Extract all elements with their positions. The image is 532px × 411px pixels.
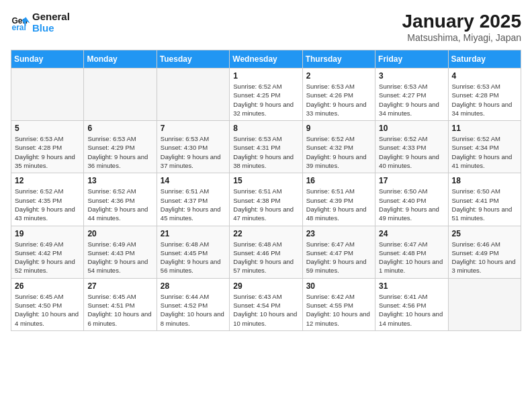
weekday-header-row: SundayMondayTuesdayWednesdayThursdayFrid… <box>11 50 521 68</box>
day-cell: 22Sunrise: 6:48 AMSunset: 4:46 PMDayligh… <box>230 226 302 278</box>
day-number: 14 <box>161 176 226 185</box>
day-cell: 4Sunrise: 6:53 AMSunset: 4:28 PMDaylight… <box>448 68 521 121</box>
day-number: 1 <box>233 71 298 81</box>
day-number: 13 <box>87 176 152 185</box>
day-cell: 11Sunrise: 6:52 AMSunset: 4:34 PMDayligh… <box>448 121 521 173</box>
day-cell: 10Sunrise: 6:52 AMSunset: 4:33 PMDayligh… <box>375 121 448 173</box>
day-number: 22 <box>233 229 298 238</box>
day-cell: 20Sunrise: 6:49 AMSunset: 4:43 PMDayligh… <box>84 226 157 278</box>
day-info: Sunrise: 6:47 AMSunset: 4:48 PMDaylight:… <box>379 240 444 275</box>
day-number: 11 <box>452 124 517 133</box>
day-number: 8 <box>233 124 298 133</box>
day-info: Sunrise: 6:53 AMSunset: 4:27 PMDaylight:… <box>379 82 444 118</box>
day-info: Sunrise: 6:49 AMSunset: 4:43 PMDaylight:… <box>87 240 152 275</box>
location: Matsushima, Miyagi, Japan <box>402 32 521 43</box>
day-cell: 17Sunrise: 6:50 AMSunset: 4:40 PMDayligh… <box>375 173 448 226</box>
day-number: 23 <box>306 229 371 238</box>
day-cell: 21Sunrise: 6:48 AMSunset: 4:45 PMDayligh… <box>157 226 229 278</box>
day-cell: 2Sunrise: 6:53 AMSunset: 4:26 PMDaylight… <box>302 68 375 121</box>
day-number: 25 <box>452 229 517 238</box>
day-info: Sunrise: 6:46 AMSunset: 4:49 PMDaylight:… <box>452 240 517 275</box>
day-cell: 18Sunrise: 6:50 AMSunset: 4:41 PMDayligh… <box>448 173 521 226</box>
day-info: Sunrise: 6:53 AMSunset: 4:30 PMDaylight:… <box>161 134 226 170</box>
day-info: Sunrise: 6:53 AMSunset: 4:31 PMDaylight:… <box>233 134 298 170</box>
day-number: 3 <box>379 71 444 81</box>
day-cell: 25Sunrise: 6:46 AMSunset: 4:49 PMDayligh… <box>448 226 521 278</box>
logo-line1: General <box>32 11 70 22</box>
logo: Gen eral General Blue <box>11 11 70 34</box>
day-number: 30 <box>306 281 371 291</box>
day-info: Sunrise: 6:52 AMSunset: 4:35 PMDaylight:… <box>15 187 80 222</box>
day-info: Sunrise: 6:48 AMSunset: 4:46 PMDaylight:… <box>233 240 298 275</box>
day-number: 15 <box>233 176 298 185</box>
day-info: Sunrise: 6:47 AMSunset: 4:47 PMDaylight:… <box>306 240 371 275</box>
day-cell: 26Sunrise: 6:45 AMSunset: 4:50 PMDayligh… <box>11 278 84 330</box>
day-number: 21 <box>161 229 226 238</box>
day-cell: 15Sunrise: 6:51 AMSunset: 4:38 PMDayligh… <box>230 173 302 226</box>
day-number: 7 <box>161 124 226 133</box>
day-info: Sunrise: 6:50 AMSunset: 4:40 PMDaylight:… <box>379 187 444 222</box>
day-info: Sunrise: 6:45 AMSunset: 4:51 PMDaylight:… <box>87 292 152 328</box>
day-info: Sunrise: 6:52 AMSunset: 4:32 PMDaylight:… <box>306 134 371 170</box>
day-number: 27 <box>87 281 152 291</box>
day-info: Sunrise: 6:52 AMSunset: 4:33 PMDaylight:… <box>379 134 444 170</box>
svg-text:eral: eral <box>12 23 26 32</box>
day-info: Sunrise: 6:53 AMSunset: 4:29 PMDaylight:… <box>87 134 152 170</box>
day-number: 2 <box>306 71 371 81</box>
logo-line2: Blue <box>32 22 70 34</box>
day-cell: 24Sunrise: 6:47 AMSunset: 4:48 PMDayligh… <box>375 226 448 278</box>
day-cell: 16Sunrise: 6:51 AMSunset: 4:39 PMDayligh… <box>302 173 375 226</box>
day-cell: 1Sunrise: 6:52 AMSunset: 4:25 PMDaylight… <box>230 68 302 121</box>
day-cell: 27Sunrise: 6:45 AMSunset: 4:51 PMDayligh… <box>84 278 157 330</box>
day-number: 18 <box>452 176 517 185</box>
day-info: Sunrise: 6:51 AMSunset: 4:37 PMDaylight:… <box>161 187 226 222</box>
day-number: 4 <box>452 71 517 81</box>
day-info: Sunrise: 6:52 AMSunset: 4:34 PMDaylight:… <box>452 134 517 170</box>
day-cell <box>448 278 521 330</box>
day-cell: 23Sunrise: 6:47 AMSunset: 4:47 PMDayligh… <box>302 226 375 278</box>
day-info: Sunrise: 6:41 AMSunset: 4:56 PMDaylight:… <box>379 292 444 328</box>
day-cell: 19Sunrise: 6:49 AMSunset: 4:42 PMDayligh… <box>11 226 84 278</box>
day-number: 28 <box>161 281 226 291</box>
day-number: 19 <box>15 229 80 238</box>
weekday-header-wednesday: Wednesday <box>230 50 302 68</box>
day-number: 12 <box>15 176 80 185</box>
day-info: Sunrise: 6:49 AMSunset: 4:42 PMDaylight:… <box>15 240 80 275</box>
day-cell: 14Sunrise: 6:51 AMSunset: 4:37 PMDayligh… <box>157 173 229 226</box>
day-cell: 13Sunrise: 6:52 AMSunset: 4:36 PMDayligh… <box>84 173 157 226</box>
day-number: 17 <box>379 176 444 185</box>
day-cell: 7Sunrise: 6:53 AMSunset: 4:30 PMDaylight… <box>157 121 229 173</box>
week-row-2: 5Sunrise: 6:53 AMSunset: 4:28 PMDaylight… <box>11 121 521 173</box>
day-cell: 3Sunrise: 6:53 AMSunset: 4:27 PMDaylight… <box>375 68 448 121</box>
weekday-header-sunday: Sunday <box>11 50 84 68</box>
weekday-header-monday: Monday <box>84 50 157 68</box>
day-info: Sunrise: 6:43 AMSunset: 4:54 PMDaylight:… <box>233 292 298 328</box>
logo-icon: Gen eral <box>11 12 31 32</box>
day-cell <box>11 68 84 121</box>
title-block: January 2025 Matsushima, Miyagi, Japan <box>402 11 521 43</box>
day-number: 6 <box>87 124 152 133</box>
day-cell: 5Sunrise: 6:53 AMSunset: 4:28 PMDaylight… <box>11 121 84 173</box>
day-info: Sunrise: 6:52 AMSunset: 4:25 PMDaylight:… <box>233 82 298 118</box>
day-info: Sunrise: 6:53 AMSunset: 4:26 PMDaylight:… <box>306 82 371 118</box>
day-cell <box>157 68 229 121</box>
day-number: 26 <box>15 281 80 291</box>
day-number: 5 <box>15 124 80 133</box>
day-number: 24 <box>379 229 444 238</box>
weekday-header-saturday: Saturday <box>448 50 521 68</box>
day-cell: 12Sunrise: 6:52 AMSunset: 4:35 PMDayligh… <box>11 173 84 226</box>
day-info: Sunrise: 6:50 AMSunset: 4:41 PMDaylight:… <box>452 187 517 222</box>
month-title: January 2025 <box>402 11 521 32</box>
day-info: Sunrise: 6:51 AMSunset: 4:39 PMDaylight:… <box>306 187 371 222</box>
day-info: Sunrise: 6:42 AMSunset: 4:55 PMDaylight:… <box>306 292 371 328</box>
day-cell: 28Sunrise: 6:44 AMSunset: 4:52 PMDayligh… <box>157 278 229 330</box>
day-info: Sunrise: 6:53 AMSunset: 4:28 PMDaylight:… <box>452 82 517 118</box>
day-info: Sunrise: 6:53 AMSunset: 4:28 PMDaylight:… <box>15 134 80 170</box>
day-cell: 30Sunrise: 6:42 AMSunset: 4:55 PMDayligh… <box>302 278 375 330</box>
day-cell: 9Sunrise: 6:52 AMSunset: 4:32 PMDaylight… <box>302 121 375 173</box>
weekday-header-thursday: Thursday <box>302 50 375 68</box>
day-number: 20 <box>87 229 152 238</box>
calendar: SundayMondayTuesdayWednesdayThursdayFrid… <box>11 50 521 331</box>
day-info: Sunrise: 6:48 AMSunset: 4:45 PMDaylight:… <box>161 240 226 275</box>
day-number: 31 <box>379 281 444 291</box>
